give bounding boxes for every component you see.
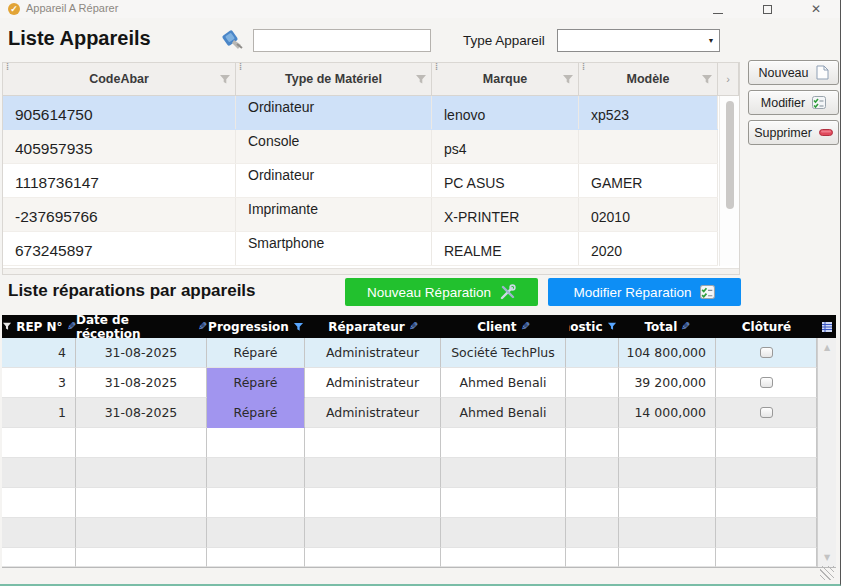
column-label: Clôturé bbox=[742, 320, 792, 334]
repairs-heading: Liste réparations par appareils bbox=[8, 281, 256, 301]
repair-row[interactable]: 4 31-08-2025 Réparé Administrateur Socié… bbox=[2, 338, 836, 368]
minimize-button[interactable] bbox=[703, 0, 733, 18]
column-header-type[interactable]: ⁞ Type de Matériel bbox=[236, 63, 432, 96]
edit-pencil-icon: ✎ bbox=[409, 320, 418, 333]
scrollbar-thumb[interactable] bbox=[726, 101, 734, 209]
cell-diagnostic bbox=[566, 398, 619, 428]
filter-icon[interactable] bbox=[2, 322, 12, 331]
barcode-search-input[interactable] bbox=[253, 29, 431, 52]
column-drag-handle[interactable]: ⁞ bbox=[435, 62, 438, 72]
column-label: REP N° bbox=[16, 320, 62, 334]
repairs-vertical-scrollbar[interactable]: ▲ ▼ bbox=[817, 338, 836, 567]
cloture-checkbox[interactable] bbox=[760, 377, 773, 388]
device-row[interactable]: 1118736147 Ordinateur PC ASUS GAMER bbox=[3, 164, 718, 198]
cell-marque: lenovo bbox=[432, 96, 579, 129]
repairs-table: REP N° ✎ Date de réception ✎ Progression… bbox=[2, 315, 836, 568]
modifier-reparation-button[interactable]: Modifier Réparation bbox=[548, 278, 741, 306]
devices-vertical-scrollbar[interactable] bbox=[719, 96, 739, 266]
empty-row bbox=[2, 548, 836, 567]
table-options-icon[interactable] bbox=[817, 315, 836, 338]
cell-modele: 02010 bbox=[579, 198, 718, 231]
filter-icon[interactable] bbox=[415, 74, 427, 85]
column-label: Diagnostic bbox=[569, 320, 603, 334]
device-row[interactable]: -237695766 Imprimante X-PRINTER 02010 bbox=[3, 198, 718, 232]
devices-table-body: 905614750 Ordinateur lenovo xp523 405957… bbox=[3, 96, 739, 266]
cell-type: Ordinateur bbox=[236, 96, 432, 129]
cell-reparateur: Administrateur bbox=[305, 338, 441, 368]
column-header-client[interactable]: Client ✎ bbox=[441, 315, 566, 338]
column-header-reparateur[interactable]: Réparateur ✎ bbox=[305, 315, 441, 338]
supprimer-label: Supprimer bbox=[754, 126, 812, 140]
nouveau-button[interactable]: Nouveau bbox=[748, 60, 839, 85]
cell-type: Imprimante bbox=[236, 198, 432, 231]
cell-codeabar: 405957935 bbox=[3, 130, 236, 163]
repair-row[interactable]: 1 31-08-2025 Réparé Administrateur Ahmed… bbox=[2, 398, 836, 428]
column-header-date[interactable]: Date de réception ✎ bbox=[76, 315, 207, 338]
window-title: Appareil A Réparer bbox=[26, 2, 118, 14]
type-appareil-dropdown[interactable]: ▼ bbox=[557, 29, 720, 52]
window-resize-grip[interactable] bbox=[820, 566, 834, 580]
column-label: Modèle bbox=[626, 72, 669, 86]
column-drag-handle[interactable]: ⁞ bbox=[239, 62, 242, 72]
checklist-icon bbox=[700, 285, 715, 299]
device-row[interactable]: 673245897 Smartphone REALME 2020 bbox=[3, 232, 718, 266]
filter-icon[interactable] bbox=[219, 74, 231, 85]
supprimer-button[interactable]: Supprimer bbox=[748, 120, 839, 145]
column-header-cloture[interactable]: Clôturé bbox=[716, 315, 817, 338]
maximize-button[interactable] bbox=[752, 0, 782, 18]
column-header-diagnostic[interactable]: Diagnostic bbox=[566, 315, 619, 338]
column-header-marque[interactable]: ⁞ Marque bbox=[432, 63, 579, 96]
empty-row bbox=[2, 518, 836, 548]
filter-icon[interactable] bbox=[562, 74, 574, 85]
scroll-down-icon[interactable]: ▼ bbox=[818, 553, 836, 562]
modifier-label: Modifier bbox=[761, 96, 805, 110]
column-label: Client bbox=[477, 320, 516, 334]
tools-icon bbox=[500, 284, 516, 300]
next-column-button[interactable]: › bbox=[718, 63, 739, 96]
edit-pencil-icon: ✎ bbox=[67, 320, 76, 333]
scroll-up-icon[interactable]: ▲ bbox=[818, 343, 836, 352]
cell-date: 31-08-2025 bbox=[76, 398, 207, 428]
nouveau-reparation-button[interactable]: Nouveau Réparation bbox=[345, 278, 538, 306]
column-header-progression[interactable]: Progression bbox=[207, 315, 305, 338]
device-row[interactable]: 905614750 Ordinateur lenovo xp523 bbox=[3, 96, 718, 130]
column-drag-handle[interactable]: ⁞ bbox=[6, 62, 9, 72]
column-header-rep[interactable]: REP N° ✎ bbox=[2, 315, 76, 338]
close-button[interactable]: ✕ bbox=[801, 0, 831, 18]
cell-type: Console bbox=[236, 130, 432, 163]
filter-icon[interactable] bbox=[293, 322, 304, 332]
filter-icon[interactable] bbox=[607, 322, 617, 331]
empty-row bbox=[2, 488, 836, 518]
column-header-total[interactable]: Total ✎ bbox=[619, 315, 716, 338]
devices-horizontal-scrollbar[interactable] bbox=[3, 268, 739, 274]
cloture-checkbox[interactable] bbox=[760, 347, 773, 358]
cell-marque: PC ASUS bbox=[432, 164, 579, 197]
cell-reparateur: Administrateur bbox=[305, 398, 441, 428]
type-appareil-label: Type Appareil bbox=[463, 33, 545, 48]
column-label: CodeAbar bbox=[89, 72, 149, 86]
empty-row bbox=[2, 428, 836, 458]
modifier-button[interactable]: Modifier bbox=[748, 90, 839, 115]
devices-table: ⁞ CodeAbar ⁞ Type de Matériel ⁞ Marque ⁞… bbox=[2, 62, 740, 275]
column-header-codeabar[interactable]: ⁞ CodeAbar bbox=[3, 63, 236, 96]
device-row[interactable]: 405957935 Console ps4 bbox=[3, 130, 718, 164]
column-label: Progression bbox=[208, 320, 289, 334]
cell-cloture bbox=[716, 338, 817, 368]
cell-codeabar: -237695766 bbox=[3, 198, 236, 231]
app-icon: ✓ bbox=[8, 3, 20, 15]
cell-reparateur: Administrateur bbox=[305, 368, 441, 398]
column-label: Réparateur bbox=[328, 320, 404, 334]
repair-row[interactable]: 3 31-08-2025 Réparé Administrateur Ahmed… bbox=[2, 368, 836, 398]
filter-icon[interactable] bbox=[701, 74, 713, 85]
cell-diagnostic bbox=[566, 368, 619, 398]
repairs-table-body: 4 31-08-2025 Réparé Administrateur Socié… bbox=[2, 338, 836, 567]
column-drag-handle[interactable]: ⁞ bbox=[582, 62, 585, 72]
cell-date: 31-08-2025 bbox=[76, 338, 207, 368]
devices-table-header: ⁞ CodeAbar ⁞ Type de Matériel ⁞ Marque ⁞… bbox=[3, 63, 739, 96]
cell-marque: ps4 bbox=[432, 130, 579, 163]
column-label: Total bbox=[644, 320, 677, 334]
cell-rep: 3 bbox=[2, 368, 76, 398]
column-header-modele[interactable]: ⁞ Modèle bbox=[579, 63, 718, 96]
titlebar: ✓ Appareil A Réparer ✕ bbox=[0, 0, 840, 18]
cloture-checkbox[interactable] bbox=[760, 407, 773, 418]
